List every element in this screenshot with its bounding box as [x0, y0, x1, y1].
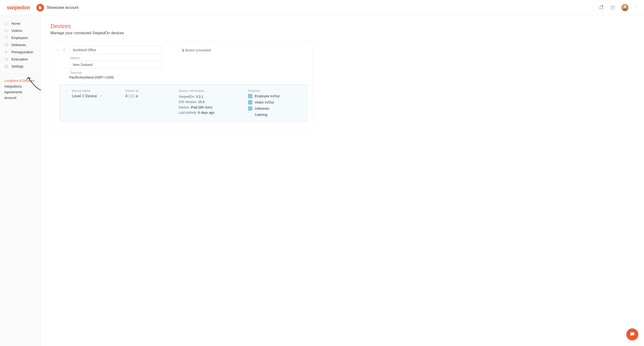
nav-divider — [2, 74, 38, 74]
timezone-value: Pacific/Auckland (GMT+1200) — [69, 75, 162, 79]
location-collapse-toggle[interactable] — [56, 48, 59, 52]
svg-point-4 — [6, 37, 6, 38]
feature-label: Visitor In/Out — [255, 100, 274, 104]
avatar[interactable] — [621, 4, 629, 11]
feature-checkbox-catering[interactable] — [248, 113, 252, 117]
feature-employee-inout: Employee In/Out — [248, 94, 302, 98]
feature-visitor-inout: Visitor In/Out — [248, 100, 302, 104]
page-subtitle: Manage your connected SwipedOn devices — [50, 31, 634, 35]
help-icon — [610, 5, 615, 10]
device-count-number: 1 — [182, 48, 184, 52]
svg-point-3 — [6, 30, 6, 31]
info-device-label: Device: — [178, 105, 191, 109]
svg-point-1 — [624, 5, 626, 8]
visitors-icon — [4, 28, 8, 33]
chevron-down-icon — [65, 89, 68, 93]
column-header-features: Features — [248, 89, 302, 93]
svg-point-7 — [6, 66, 7, 67]
feature-catering: Catering — [248, 113, 302, 117]
top-header: swipedon Showcase account — [0, 0, 644, 15]
chevron-down-icon — [56, 48, 59, 52]
preregistration-icon — [4, 50, 8, 54]
feature-checkbox-deliveries[interactable] — [248, 106, 252, 111]
sidebar-item-home[interactable]: Home — [0, 20, 41, 27]
account-name[interactable]: Showcase account — [46, 5, 78, 10]
column-header-name: Device Name — [72, 89, 125, 93]
settings-subnav: Locations & Devices Integrations Agreeme… — [0, 78, 41, 101]
main-content: Devices Manage your connected SwipedOn d… — [41, 15, 644, 346]
info-swipedon-value: 3.3.1 — [196, 95, 203, 98]
svg-point-6 — [6, 51, 7, 52]
deliveries-icon — [4, 43, 8, 47]
employees-icon — [4, 36, 8, 40]
chevron-down-icon — [634, 6, 637, 8]
primary-nav: Home Visitors Employees Deliveries Prere… — [0, 20, 41, 70]
page-title: Devices — [50, 23, 634, 29]
info-activity-label: Last Activity: — [178, 111, 198, 114]
info-ios-label: iOS Version: — [178, 100, 198, 104]
column-header-info: Device Information — [178, 89, 248, 93]
device-features-column: Features Employee In/Out Visitor In/Out — [248, 89, 302, 117]
sidebar: Home Visitors Employees Deliveries Prere… — [0, 15, 41, 346]
feature-label: Catering — [255, 113, 267, 117]
sidebar-item-label: Home — [12, 22, 20, 25]
device-id-prefix: 4 — [125, 94, 127, 98]
sidebar-item-settings[interactable]: Settings — [0, 63, 41, 70]
logo[interactable]: swipedon — [7, 4, 30, 11]
device-collapse-toggle[interactable] — [65, 89, 72, 93]
device-id-redacted — [128, 94, 135, 98]
header-left: swipedon Showcase account — [7, 4, 78, 11]
timezone-label: Timezone — [70, 71, 162, 74]
user-menu-caret[interactable] — [634, 6, 637, 9]
svg-rect-2 — [5, 29, 8, 32]
device-info-column: Device Information SwipedOn: 3.3.1 iOS V… — [178, 89, 248, 115]
subnav-integrations[interactable]: Integrations — [4, 83, 36, 89]
svg-rect-8 — [64, 49, 65, 51]
sidebar-item-employees[interactable]: Employees — [0, 34, 41, 41]
home-icon — [4, 21, 8, 26]
sidebar-item-label: Employees — [12, 36, 28, 40]
account-badge[interactable] — [36, 4, 44, 11]
feature-checkbox-visitor[interactable] — [248, 100, 252, 104]
sidebar-item-label: Evacuation — [12, 57, 28, 61]
feature-label: Deliveries — [255, 107, 269, 110]
device-id-suffix: e — [136, 94, 138, 98]
feature-checkbox-employee[interactable] — [248, 94, 252, 98]
chat-launcher[interactable] — [626, 329, 638, 340]
column-header-id: Device ID — [125, 89, 178, 93]
sidebar-item-visitors[interactable]: Visitors — [0, 27, 41, 34]
sidebar-item-evacuation[interactable]: Evacuation — [0, 56, 41, 63]
sidebar-item-label: Preregistration — [12, 50, 33, 54]
chat-icon — [630, 332, 635, 337]
avatar-image — [622, 4, 628, 11]
sidebar-item-preregistration[interactable]: Preregistration — [0, 48, 41, 56]
info-activity-value: 6 days ago — [198, 111, 214, 114]
notification-dot — [602, 5, 603, 7]
subnav-account[interactable]: Account — [4, 95, 36, 101]
address-label: Address — [70, 56, 162, 60]
pencil-icon — [99, 94, 102, 98]
edit-device-name-button[interactable] — [99, 94, 102, 98]
chevron-down-icon — [34, 65, 36, 68]
location-name-input[interactable] — [69, 46, 162, 54]
location-address-input[interactable] — [69, 61, 162, 69]
sidebar-item-label: Settings — [12, 64, 24, 68]
subnav-locations-devices[interactable]: Locations & Devices — [4, 78, 36, 83]
svg-point-0 — [611, 5, 615, 9]
notifications-button[interactable] — [598, 5, 604, 10]
sidebar-item-label: Deliveries — [12, 43, 26, 47]
evacuation-icon — [4, 57, 8, 61]
sidebar-item-deliveries[interactable]: Deliveries — [0, 41, 41, 48]
gear-icon — [4, 64, 8, 68]
subnav-agreements[interactable]: Agreements — [4, 89, 36, 95]
info-device-value: iPad (6th Gen) — [191, 105, 212, 109]
help-button[interactable] — [610, 5, 616, 10]
device-count-status: 1 device connected — [182, 48, 211, 52]
svg-point-5 — [7, 37, 8, 38]
device-count-suffix: device connected — [184, 48, 211, 52]
feature-deliveries: Deliveries — [248, 106, 302, 111]
device-id-column: Device ID 4 e — [125, 89, 178, 98]
device-name: Level 1 Device — [72, 94, 97, 98]
info-ios-value: 15.4 — [198, 100, 204, 104]
header-right — [598, 4, 637, 11]
